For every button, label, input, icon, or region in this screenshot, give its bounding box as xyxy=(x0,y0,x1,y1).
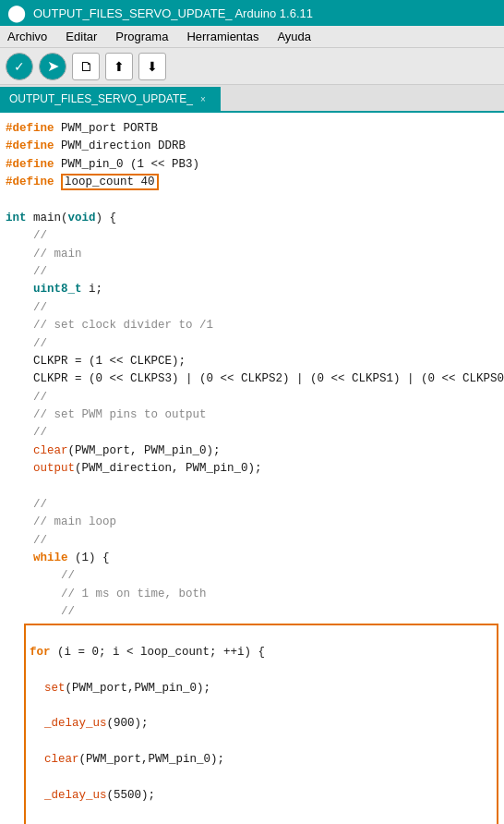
app-icon: ⬤ xyxy=(7,3,26,23)
menu-bar: Archivo Editar Programa Herramientas Ayu… xyxy=(0,26,504,48)
tab-label: OUTPUT_FILES_SERVO_UPDATE_ xyxy=(9,92,193,105)
title-text: OUTPUT_FILES_SERVO_UPDATE_ Arduino 1.6.1… xyxy=(33,6,313,20)
code-line-16: // xyxy=(6,389,498,406)
menu-ayuda[interactable]: Ayuda xyxy=(273,30,315,43)
menu-herramientas[interactable]: Herramientas xyxy=(183,30,262,43)
menu-programa[interactable]: Programa xyxy=(112,30,172,43)
code-line-23: // main loop xyxy=(6,514,498,531)
code-line-22: // xyxy=(6,496,498,514)
code-line-3: #define PWM_pin_0 (1 << PB3) xyxy=(6,156,498,174)
code-line-12: // set clock divider to /1 xyxy=(6,317,498,334)
code-line-21 xyxy=(6,479,498,496)
code-line-4: #define loop_count 40 xyxy=(6,174,498,191)
code-line-14: CLKPR = (1 << CLKPCE); xyxy=(6,353,498,370)
for-block-1: for (i = 0; i < loop_count; ++i) { set(P… xyxy=(24,624,498,825)
code-area[interactable]: #define PWM_port PORTB #define PWM_direc… xyxy=(0,113,504,824)
upload-button[interactable]: ➤ xyxy=(39,53,66,80)
code-line-10: uint8_t i; xyxy=(6,281,498,298)
code-line-28: // xyxy=(6,603,498,621)
tab-close-icon[interactable]: × xyxy=(200,94,206,104)
code-line-13: // xyxy=(6,335,498,353)
code-line-15: CLKPR = (0 << CLKPS3) | (0 << CLKPS2) | … xyxy=(6,370,498,388)
code-line-2: #define PWM_direction DDRB xyxy=(6,138,498,155)
code-line-1: #define PWM_port PORTB xyxy=(6,120,498,138)
code-line-6: int main(void) { xyxy=(6,210,498,227)
code-line-24: // xyxy=(6,532,498,550)
code-line-26: // xyxy=(6,567,498,585)
check-button[interactable]: ✓ xyxy=(6,53,33,80)
file-tab[interactable]: OUTPUT_FILES_SERVO_UPDATE_ × xyxy=(0,87,221,111)
tab-bar: OUTPUT_FILES_SERVO_UPDATE_ × xyxy=(0,85,504,113)
toolbar: ✓ ➤ 🗋 ⬆ ⬇ xyxy=(0,48,504,85)
code-line-5 xyxy=(6,192,498,210)
code-line-20: output(PWM_direction, PWM_pin_0); xyxy=(6,460,498,478)
code-line-9: // xyxy=(6,263,498,281)
save-button[interactable]: ⬇ xyxy=(138,53,166,80)
code-line-8: // main xyxy=(6,246,498,263)
code-line-27: // 1 ms on time, both xyxy=(6,586,498,603)
open-button[interactable]: ⬆ xyxy=(105,53,133,80)
code-line-25: while (1) { xyxy=(6,550,498,567)
new-button[interactable]: 🗋 xyxy=(72,53,100,80)
code-line-7: // xyxy=(6,227,498,245)
menu-editar[interactable]: Editar xyxy=(62,30,101,43)
code-line-19: clear(PWM_port, PWM_pin_0); xyxy=(6,442,498,460)
title-bar: ⬤ OUTPUT_FILES_SERVO_UPDATE_ Arduino 1.6… xyxy=(0,0,504,26)
code-line-18: // xyxy=(6,424,498,442)
menu-archivo[interactable]: Archivo xyxy=(4,30,51,43)
code-line-17: // set PWM pins to output xyxy=(6,406,498,424)
code-line-11: // xyxy=(6,299,498,317)
